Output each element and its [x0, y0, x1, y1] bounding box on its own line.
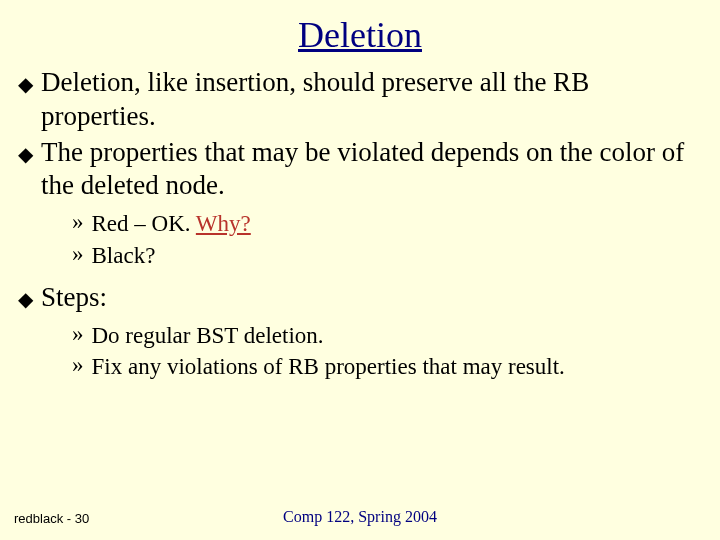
sub-list: » Red – OK. Why? » Black?	[18, 209, 702, 271]
bullet-item: ◆ Steps:	[18, 281, 702, 315]
sub-text: Do regular BST deletion.	[92, 321, 324, 351]
bullet-text: The properties that may be violated depe…	[41, 136, 702, 204]
slide-title: Deletion	[0, 0, 720, 66]
raquo-icon: »	[72, 321, 84, 347]
raquo-icon: »	[72, 352, 84, 378]
sub-item: » Do regular BST deletion.	[72, 321, 702, 351]
bullet-text: Deletion, like insertion, should preserv…	[41, 66, 702, 134]
footer-center: Comp 122, Spring 2004	[283, 508, 437, 526]
sub-text: Fix any violations of RB properties that…	[92, 352, 565, 382]
sub-text: Red – OK. Why?	[92, 209, 251, 239]
bullet-text: Steps:	[41, 281, 107, 315]
bullet-item: ◆ Deletion, like insertion, should prese…	[18, 66, 702, 134]
diamond-icon: ◆	[18, 287, 33, 311]
footer-left: redblack - 30	[14, 511, 89, 526]
sub-item: » Fix any violations of RB properties th…	[72, 352, 702, 382]
sub-list: » Do regular BST deletion. » Fix any vio…	[18, 321, 702, 383]
sub-item: » Black?	[72, 241, 702, 271]
sub-prefix: Red – OK.	[92, 211, 196, 236]
why-link[interactable]: Why?	[196, 211, 251, 236]
bullet-item: ◆ The properties that may be violated de…	[18, 136, 702, 204]
diamond-icon: ◆	[18, 72, 33, 96]
slide-content: ◆ Deletion, like insertion, should prese…	[0, 66, 720, 382]
sub-text: Black?	[92, 241, 156, 271]
raquo-icon: »	[72, 241, 84, 267]
diamond-icon: ◆	[18, 142, 33, 166]
raquo-icon: »	[72, 209, 84, 235]
sub-item: » Red – OK. Why?	[72, 209, 702, 239]
